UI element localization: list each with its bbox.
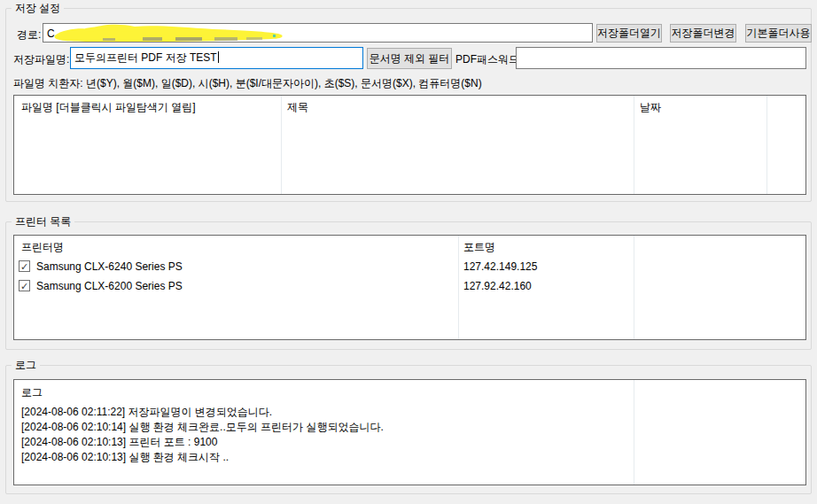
printer-list-header-name[interactable]: 프린터명 <box>21 240 64 255</box>
column-separator <box>634 96 634 194</box>
log-entry: [2024-08-06 02:10:14] 실행 환경 체크완료..모두의 프린… <box>21 420 384 435</box>
column-separator <box>281 96 282 194</box>
printer-list-header-port[interactable]: 포트명 <box>463 240 495 255</box>
log-list-header[interactable]: 로그 <box>21 385 43 400</box>
log-entry: [2024-08-06 02:11:22] 저장파일명이 변경되었습니다. <box>21 405 272 420</box>
path-label: 경로: <box>17 27 41 43</box>
file-list-header-date[interactable]: 날짜 <box>640 100 661 115</box>
filename-label: 저장파일명: <box>13 52 69 67</box>
column-separator <box>634 380 634 485</box>
save-settings-group: 저장 설정 경로: C 저장폴더열기 저장폴더변경 기본폴더사용 저장파일명: … <box>5 8 812 202</box>
yellow-redaction-marker <box>50 24 289 43</box>
printer-name: Samsung CLX-6240 Series PS <box>36 260 183 273</box>
printer-list-group-title: 프린터 목록 <box>12 215 74 229</box>
filename-input[interactable]: 모두의프린터 PDF 저장 TEST <box>70 47 363 69</box>
printer-row[interactable]: ✓ Samsung CLX-6240 Series PS 127.42.149.… <box>14 258 805 277</box>
printer-list[interactable]: 프린터명 포트명 ✓ Samsung CLX-6240 Series PS 12… <box>13 235 806 340</box>
path-input[interactable]: C <box>43 23 593 43</box>
saved-files-list[interactable]: 파일명 [더블클릭시 파일탐색기 열림] 제목 날짜 <box>13 95 806 195</box>
file-list-header-title[interactable]: 제목 <box>287 100 308 115</box>
use-default-folder-button[interactable]: 기본폴더사용 <box>745 24 812 43</box>
log-list[interactable]: 로그 [2024-08-06 02:11:22] 저장파일명이 변경되었습니다.… <box>13 379 806 485</box>
filename-value: 모두의프린터 PDF 저장 TEST <box>74 51 217 64</box>
pdf-password-input[interactable] <box>516 47 806 69</box>
log-group: 로그 로그 [2024-08-06 02:11:22] 저장파일명이 변경되었습… <box>5 365 812 494</box>
open-save-folder-button[interactable]: 저장폴더열기 <box>596 24 662 43</box>
doc-name-filter-button[interactable]: 문서명 제외 필터 <box>367 48 452 69</box>
app-window: 저장 설정 경로: C 저장폴더열기 저장폴더변경 기본폴더사용 저장파일명: … <box>0 0 817 504</box>
save-settings-group-title: 저장 설정 <box>12 2 64 15</box>
printer-checkbox-checked[interactable]: ✓ <box>19 260 30 272</box>
log-group-title: 로그 <box>12 359 40 372</box>
file-list-header-filename[interactable]: 파일명 [더블클릭시 파일탐색기 열림] <box>21 100 196 115</box>
printer-port: 127.92.42.160 <box>463 280 532 292</box>
printer-checkbox-checked[interactable]: ✓ <box>19 280 30 291</box>
pdf-password-label: PDF패스워드: <box>455 52 522 67</box>
printer-name: Samsung CLX-6200 Series PS <box>36 280 183 292</box>
log-entry: [2024-08-06 02:10:13] 프린터 포트 : 9100 <box>21 435 217 450</box>
change-save-folder-button[interactable]: 저장폴더변경 <box>670 24 736 43</box>
printer-port: 127.42.149.125 <box>463 260 537 273</box>
printer-list-group: 프린터 목록 프린터명 포트명 ✓ Samsung CLX-6240 Serie… <box>5 221 812 350</box>
printer-row[interactable]: ✓ Samsung CLX-6200 Series PS 127.92.42.1… <box>14 277 805 297</box>
column-separator <box>766 96 767 194</box>
log-entry: [2024-08-06 02:10:13] 실행 환경 체크시작 .. <box>21 450 229 465</box>
filename-placeholder-hint: 파일명 치환자: 년($Y), 월($M), 일($D), 시($H), 분($… <box>13 76 482 91</box>
text-caret <box>218 51 219 63</box>
